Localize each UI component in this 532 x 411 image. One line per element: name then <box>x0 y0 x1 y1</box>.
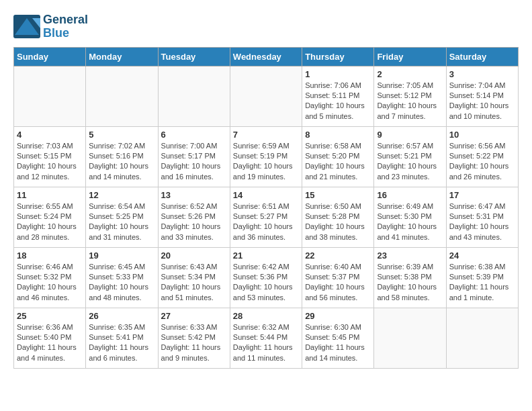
calendar-cell: 5Sunrise: 7:02 AMSunset: 5:16 PMDaylight… <box>86 126 158 187</box>
day-info: Sunrise: 7:02 AMSunset: 5:16 PMDaylight:… <box>89 141 154 183</box>
calendar-cell: 29Sunrise: 6:30 AMSunset: 5:45 PMDayligh… <box>302 308 374 368</box>
calendar-week-row: 18Sunrise: 6:46 AMSunset: 5:32 PMDayligh… <box>14 247 519 308</box>
calendar-cell: 8Sunrise: 6:58 AMSunset: 5:20 PMDaylight… <box>302 126 374 187</box>
calendar-cell <box>158 66 230 126</box>
weekday-header: Tuesday <box>158 47 230 66</box>
day-number: 17 <box>449 190 515 200</box>
day-number: 27 <box>161 311 227 321</box>
day-number: 16 <box>377 190 443 200</box>
day-info: Sunrise: 6:42 AMSunset: 5:36 PMDaylight:… <box>233 262 299 304</box>
logo: General Blue <box>13 13 88 40</box>
calendar-cell: 27Sunrise: 6:33 AMSunset: 5:42 PMDayligh… <box>158 308 230 368</box>
calendar-table: SundayMondayTuesdayWednesdayThursdayFrid… <box>13 47 519 369</box>
calendar-week-row: 11Sunrise: 6:55 AMSunset: 5:24 PMDayligh… <box>14 187 519 247</box>
calendar-cell: 22Sunrise: 6:40 AMSunset: 5:37 PMDayligh… <box>302 247 374 308</box>
day-info: Sunrise: 6:38 AMSunset: 5:39 PMDaylight:… <box>449 262 515 304</box>
calendar-cell: 19Sunrise: 6:45 AMSunset: 5:33 PMDayligh… <box>86 247 158 308</box>
day-number: 26 <box>89 311 154 321</box>
day-number: 28 <box>233 311 299 321</box>
day-number: 8 <box>305 130 371 140</box>
calendar-cell: 26Sunrise: 6:35 AMSunset: 5:41 PMDayligh… <box>86 308 158 368</box>
day-number: 15 <box>305 190 371 200</box>
day-info: Sunrise: 6:30 AMSunset: 5:45 PMDaylight:… <box>305 322 371 364</box>
calendar-cell: 15Sunrise: 6:50 AMSunset: 5:28 PMDayligh… <box>302 187 374 247</box>
day-info: Sunrise: 6:36 AMSunset: 5:40 PMDaylight:… <box>17 322 83 364</box>
day-number: 13 <box>161 190 227 200</box>
calendar-cell: 14Sunrise: 6:51 AMSunset: 5:27 PMDayligh… <box>230 187 302 247</box>
day-info: Sunrise: 6:59 AMSunset: 5:19 PMDaylight:… <box>233 141 299 183</box>
calendar-cell: 7Sunrise: 6:59 AMSunset: 5:19 PMDaylight… <box>230 126 302 187</box>
weekday-header: Friday <box>374 47 446 66</box>
weekday-header: Thursday <box>302 47 374 66</box>
weekday-header: Wednesday <box>230 47 302 66</box>
day-info: Sunrise: 6:54 AMSunset: 5:25 PMDaylight:… <box>89 201 154 243</box>
day-number: 5 <box>89 130 154 140</box>
day-number: 12 <box>89 190 154 200</box>
logo-icon <box>13 15 40 38</box>
day-info: Sunrise: 6:52 AMSunset: 5:26 PMDaylight:… <box>161 201 227 243</box>
day-info: Sunrise: 7:00 AMSunset: 5:17 PMDaylight:… <box>161 141 227 183</box>
day-info: Sunrise: 6:33 AMSunset: 5:42 PMDaylight:… <box>161 322 227 364</box>
calendar-cell: 18Sunrise: 6:46 AMSunset: 5:32 PMDayligh… <box>14 247 86 308</box>
calendar-cell: 3Sunrise: 7:04 AMSunset: 5:14 PMDaylight… <box>446 66 518 126</box>
day-number: 2 <box>377 69 443 79</box>
day-number: 6 <box>161 130 227 140</box>
day-number: 11 <box>17 190 83 200</box>
calendar-cell: 20Sunrise: 6:43 AMSunset: 5:34 PMDayligh… <box>158 247 230 308</box>
calendar-cell: 13Sunrise: 6:52 AMSunset: 5:26 PMDayligh… <box>158 187 230 247</box>
day-number: 3 <box>449 69 515 79</box>
calendar-week-row: 1Sunrise: 7:06 AMSunset: 5:11 PMDaylight… <box>14 66 519 126</box>
day-info: Sunrise: 6:50 AMSunset: 5:28 PMDaylight:… <box>305 201 371 243</box>
day-number: 4 <box>17 130 83 140</box>
calendar-cell: 10Sunrise: 6:56 AMSunset: 5:22 PMDayligh… <box>446 126 518 187</box>
day-number: 19 <box>89 250 154 261</box>
calendar-cell: 17Sunrise: 6:47 AMSunset: 5:31 PMDayligh… <box>446 187 518 247</box>
weekday-header: Monday <box>86 47 158 66</box>
calendar-week-row: 4Sunrise: 7:03 AMSunset: 5:15 PMDaylight… <box>14 126 519 187</box>
day-number: 14 <box>233 190 299 200</box>
day-info: Sunrise: 7:04 AMSunset: 5:14 PMDaylight:… <box>449 81 515 122</box>
day-number: 25 <box>17 311 83 321</box>
calendar-cell: 16Sunrise: 6:49 AMSunset: 5:30 PMDayligh… <box>374 187 446 247</box>
calendar-cell: 23Sunrise: 6:39 AMSunset: 5:38 PMDayligh… <box>374 247 446 308</box>
day-info: Sunrise: 7:03 AMSunset: 5:15 PMDaylight:… <box>17 141 83 183</box>
day-info: Sunrise: 6:56 AMSunset: 5:22 PMDaylight:… <box>449 141 515 183</box>
calendar-cell: 12Sunrise: 6:54 AMSunset: 5:25 PMDayligh… <box>86 187 158 247</box>
day-number: 24 <box>449 250 515 261</box>
day-number: 7 <box>233 130 299 140</box>
day-info: Sunrise: 6:46 AMSunset: 5:32 PMDaylight:… <box>17 262 83 304</box>
day-info: Sunrise: 6:32 AMSunset: 5:44 PMDaylight:… <box>233 322 299 364</box>
day-info: Sunrise: 7:05 AMSunset: 5:12 PMDaylight:… <box>377 81 443 122</box>
day-info: Sunrise: 6:51 AMSunset: 5:27 PMDaylight:… <box>233 201 299 243</box>
page-header: General Blue <box>13 13 519 40</box>
calendar-week-row: 25Sunrise: 6:36 AMSunset: 5:40 PMDayligh… <box>14 308 519 368</box>
weekday-header: Sunday <box>14 47 86 66</box>
day-number: 10 <box>449 130 515 140</box>
calendar-header-row: SundayMondayTuesdayWednesdayThursdayFrid… <box>14 47 519 66</box>
day-number: 18 <box>17 250 83 261</box>
logo-text: General Blue <box>43 13 88 40</box>
day-number: 23 <box>377 250 443 261</box>
day-info: Sunrise: 6:39 AMSunset: 5:38 PMDaylight:… <box>377 262 443 304</box>
calendar-cell: 9Sunrise: 6:57 AMSunset: 5:21 PMDaylight… <box>374 126 446 187</box>
calendar-cell: 4Sunrise: 7:03 AMSunset: 5:15 PMDaylight… <box>14 126 86 187</box>
day-info: Sunrise: 6:40 AMSunset: 5:37 PMDaylight:… <box>305 262 371 304</box>
day-number: 1 <box>305 69 371 79</box>
calendar-cell <box>230 66 302 126</box>
calendar-cell: 24Sunrise: 6:38 AMSunset: 5:39 PMDayligh… <box>446 247 518 308</box>
day-number: 20 <box>161 250 227 261</box>
calendar-cell: 25Sunrise: 6:36 AMSunset: 5:40 PMDayligh… <box>14 308 86 368</box>
calendar-cell <box>374 308 446 368</box>
calendar-cell <box>446 308 518 368</box>
day-info: Sunrise: 6:58 AMSunset: 5:20 PMDaylight:… <box>305 141 371 183</box>
day-number: 22 <box>305 250 371 261</box>
day-info: Sunrise: 6:55 AMSunset: 5:24 PMDaylight:… <box>17 201 83 243</box>
day-number: 9 <box>377 130 443 140</box>
day-info: Sunrise: 6:49 AMSunset: 5:30 PMDaylight:… <box>377 201 443 243</box>
weekday-header: Saturday <box>446 47 518 66</box>
day-info: Sunrise: 7:06 AMSunset: 5:11 PMDaylight:… <box>305 81 371 122</box>
day-number: 21 <box>233 250 299 261</box>
calendar-cell: 6Sunrise: 7:00 AMSunset: 5:17 PMDaylight… <box>158 126 230 187</box>
calendar-cell: 28Sunrise: 6:32 AMSunset: 5:44 PMDayligh… <box>230 308 302 368</box>
calendar-cell: 21Sunrise: 6:42 AMSunset: 5:36 PMDayligh… <box>230 247 302 308</box>
